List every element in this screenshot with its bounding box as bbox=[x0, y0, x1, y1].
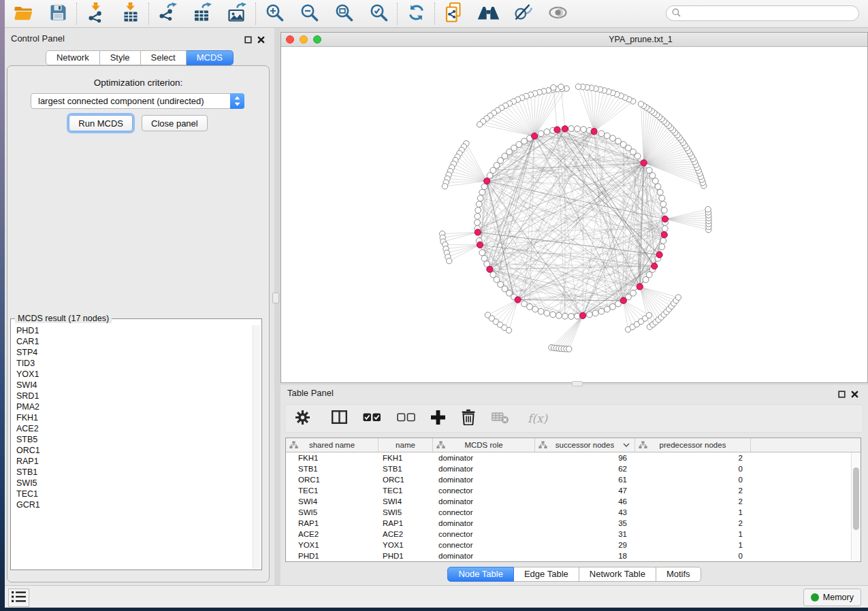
tab-network[interactable]: Network bbox=[46, 50, 100, 65]
scrollbar-thumb[interactable] bbox=[853, 467, 859, 530]
network-node bbox=[475, 220, 481, 226]
close-panel-button[interactable]: Close panel bbox=[142, 115, 208, 131]
memory-button[interactable]: Memory bbox=[803, 589, 861, 606]
zoom-selected-button[interactable] bbox=[368, 3, 389, 24]
network-window-titlebar[interactable]: YPA_prune.txt_1 bbox=[281, 33, 867, 47]
mcds-result-item[interactable]: RAP1 bbox=[12, 456, 253, 467]
close-window-icon[interactable] bbox=[286, 35, 294, 44]
open-session-button[interactable] bbox=[12, 3, 34, 24]
mcds-result-item[interactable]: GCR1 bbox=[12, 499, 253, 510]
table-scrollbar[interactable] bbox=[851, 452, 861, 561]
mcds-result-item[interactable]: PMA2 bbox=[12, 401, 253, 412]
eye-icon bbox=[548, 5, 568, 22]
tab-network-table[interactable]: Network Table bbox=[579, 567, 656, 582]
table-row[interactable]: ORC1ORC1dominator610 bbox=[286, 474, 851, 485]
tab-motifs[interactable]: Motifs bbox=[656, 567, 701, 582]
column-header-shared-name[interactable]: shared name bbox=[286, 438, 379, 452]
hide-selected-button[interactable] bbox=[512, 3, 534, 24]
tab-style[interactable]: Style bbox=[100, 50, 141, 65]
tab-node-table[interactable]: Node Table bbox=[447, 567, 514, 582]
select-all-icon[interactable] bbox=[363, 412, 381, 425]
first-neighbors-button[interactable] bbox=[477, 3, 499, 24]
splitter-grabber[interactable] bbox=[272, 293, 279, 303]
table-cell-shared_name: SWI5 bbox=[286, 507, 379, 518]
add-column-icon[interactable] bbox=[431, 410, 445, 427]
table-row[interactable]: PHD1PHD1dominator180 bbox=[286, 550, 851, 561]
table-row[interactable]: YOX1YOX1connector291 bbox=[286, 540, 851, 550]
mcds-result-item[interactable]: ACE2 bbox=[12, 423, 253, 434]
gear-icon[interactable] bbox=[295, 410, 310, 428]
table-cell-successor_nodes: 35 bbox=[535, 518, 635, 529]
tab-select[interactable]: Select bbox=[141, 50, 187, 65]
float-panel-icon[interactable] bbox=[838, 389, 846, 401]
mcds-result-item[interactable]: PHD1 bbox=[12, 325, 253, 336]
vertical-splitter[interactable] bbox=[270, 28, 280, 585]
zoom-fit-button[interactable] bbox=[333, 3, 355, 24]
horizontal-splitter[interactable] bbox=[572, 381, 583, 386]
mcds-result-item[interactable]: SRD1 bbox=[12, 391, 253, 401]
run-mcds-button[interactable]: Run MCDS bbox=[69, 115, 133, 131]
table-row[interactable]: FKH1FKH1dominator962 bbox=[286, 452, 851, 463]
minimize-window-icon[interactable] bbox=[300, 35, 308, 44]
network-node bbox=[620, 142, 626, 148]
glasses-slash-icon bbox=[513, 3, 533, 24]
import-network-button[interactable] bbox=[84, 3, 106, 24]
network-node bbox=[659, 244, 665, 250]
table-cell-name: ACE2 bbox=[379, 529, 433, 540]
column-header-MCDS-role[interactable]: MCDS role bbox=[433, 438, 535, 452]
share-document-button[interactable] bbox=[443, 3, 464, 24]
zoom-in-button[interactable] bbox=[263, 3, 285, 24]
mcds-result-item[interactable]: SWI5 bbox=[12, 478, 253, 489]
table-row[interactable]: RAP1RAP1dominator352 bbox=[286, 518, 851, 529]
close-panel-icon[interactable] bbox=[851, 389, 858, 401]
mcds-result-item[interactable]: CAR1 bbox=[12, 336, 253, 347]
save-session-button[interactable] bbox=[47, 3, 69, 24]
export-table-button[interactable] bbox=[191, 3, 213, 24]
network-node bbox=[544, 129, 550, 135]
mcds-result-item[interactable]: SWI4 bbox=[12, 380, 253, 391]
table-row[interactable]: STB1STB1dominator620 bbox=[286, 463, 851, 474]
table-row[interactable]: ACE2ACE2connector311 bbox=[286, 529, 851, 540]
zoom-out-button[interactable] bbox=[298, 3, 320, 24]
mcds-result-item[interactable]: YOX1 bbox=[12, 369, 253, 380]
show-columns-icon[interactable] bbox=[332, 410, 347, 427]
mcds-result-item[interactable]: STB1 bbox=[12, 467, 253, 478]
column-header-successor-nodes[interactable]: successor nodes bbox=[535, 438, 635, 452]
task-history-button[interactable] bbox=[8, 589, 29, 607]
import-table-icon bbox=[120, 2, 140, 25]
mcds-result-item[interactable]: TEC1 bbox=[12, 489, 253, 499]
mcds-result-item[interactable]: TID3 bbox=[12, 358, 253, 369]
search-field[interactable] bbox=[666, 5, 859, 21]
float-panel-icon[interactable] bbox=[244, 34, 252, 46]
mcds-hub-node bbox=[641, 160, 647, 166]
export-image-button[interactable] bbox=[226, 3, 248, 24]
maximize-window-icon[interactable] bbox=[313, 35, 321, 44]
import-table-button[interactable] bbox=[119, 3, 141, 24]
tab-edge-table[interactable]: Edge Table bbox=[514, 567, 579, 582]
main-toolbar bbox=[5, 0, 868, 28]
tab-mcds[interactable]: MCDS bbox=[187, 50, 234, 65]
network-canvas[interactable] bbox=[281, 47, 867, 381]
mcds-result-list[interactable]: PHD1CAR1STP4TID3YOX1SWI4SRD1PMA2FKH1ACE2… bbox=[12, 325, 253, 569]
column-header-predecessor-nodes[interactable]: predecessor nodes bbox=[635, 438, 751, 452]
mcds-result-item[interactable]: STB5 bbox=[12, 434, 253, 445]
export-network-button[interactable] bbox=[157, 3, 178, 24]
deselect-all-icon[interactable] bbox=[397, 412, 415, 425]
table-row[interactable]: SWI4SWI4dominator462 bbox=[286, 496, 851, 507]
network-node bbox=[587, 312, 593, 318]
table-row[interactable]: SWI5SWI5connector431 bbox=[286, 507, 851, 518]
mcds-list-scrollbar[interactable] bbox=[253, 325, 261, 569]
mcds-result-item[interactable]: STP4 bbox=[12, 347, 253, 358]
mcds-result-item[interactable]: ORC1 bbox=[12, 445, 253, 456]
mcds-result-item[interactable]: FKH1 bbox=[12, 412, 253, 423]
close-panel-icon[interactable] bbox=[257, 34, 265, 46]
criterion-dropdown[interactable]: largest connected component (undirected) bbox=[31, 93, 244, 109]
show-hidden-button[interactable] bbox=[547, 3, 568, 24]
refresh-button[interactable] bbox=[405, 3, 427, 24]
table-cell-successor_nodes: 31 bbox=[535, 529, 635, 540]
trash-icon[interactable] bbox=[461, 409, 476, 428]
search-input[interactable] bbox=[684, 8, 858, 19]
column-header-name[interactable]: name bbox=[379, 438, 433, 452]
mcds-hub-node bbox=[637, 284, 643, 290]
table-row[interactable]: TEC1TEC1connector472 bbox=[286, 485, 851, 496]
